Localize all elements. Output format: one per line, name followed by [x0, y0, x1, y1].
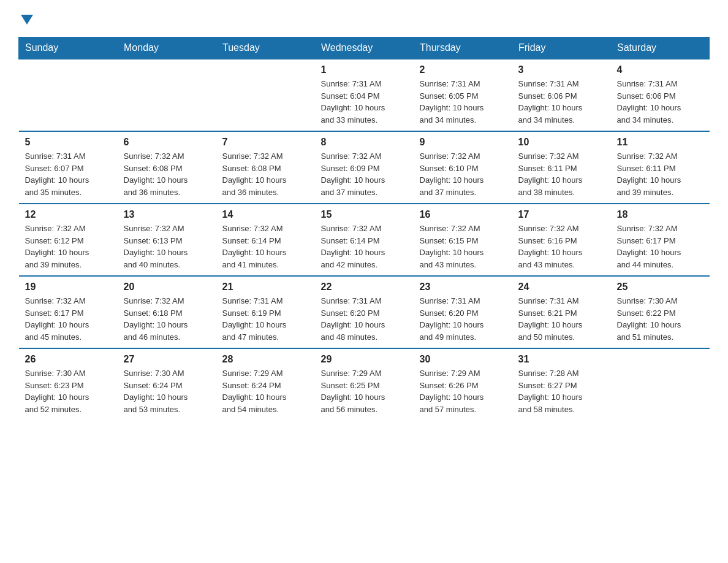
day-number: 21 — [222, 282, 309, 293]
day-number: 1 — [321, 64, 408, 75]
calendar-cell: 12Sunrise: 7:32 AMSunset: 6:12 PMDayligh… — [19, 204, 118, 276]
day-info: Sunrise: 7:32 AMSunset: 6:14 PMDaylight:… — [222, 223, 309, 270]
day-number: 3 — [518, 64, 605, 75]
logo — [18, 12, 33, 25]
day-info: Sunrise: 7:31 AMSunset: 6:19 PMDaylight:… — [222, 295, 309, 343]
day-number: 12 — [25, 209, 112, 220]
day-info: Sunrise: 7:32 AMSunset: 6:09 PMDaylight:… — [321, 150, 408, 198]
day-number: 23 — [420, 282, 506, 293]
day-number: 30 — [420, 354, 506, 365]
day-info: Sunrise: 7:31 AMSunset: 6:07 PMDaylight:… — [25, 150, 112, 198]
week-row-3: 12Sunrise: 7:32 AMSunset: 6:12 PMDayligh… — [19, 204, 710, 276]
day-info: Sunrise: 7:32 AMSunset: 6:12 PMDaylight:… — [25, 223, 112, 270]
week-row-1: 1Sunrise: 7:31 AMSunset: 6:04 PMDaylight… — [19, 59, 710, 131]
day-number: 8 — [321, 137, 408, 148]
week-row-2: 5Sunrise: 7:31 AMSunset: 6:07 PMDaylight… — [19, 131, 710, 204]
day-number: 11 — [617, 137, 703, 148]
calendar-cell — [216, 59, 315, 131]
day-header-thursday: Thursday — [414, 37, 512, 59]
calendar-cell: 16Sunrise: 7:32 AMSunset: 6:15 PMDayligh… — [414, 204, 512, 276]
day-info: Sunrise: 7:32 AMSunset: 6:14 PMDaylight:… — [321, 223, 408, 270]
calendar-cell: 20Sunrise: 7:32 AMSunset: 6:18 PMDayligh… — [118, 276, 216, 348]
day-info: Sunrise: 7:29 AMSunset: 6:26 PMDaylight:… — [420, 367, 506, 415]
week-row-5: 26Sunrise: 7:30 AMSunset: 6:23 PMDayligh… — [19, 348, 710, 420]
day-number: 18 — [617, 209, 703, 220]
day-number: 5 — [25, 137, 112, 148]
calendar-cell: 28Sunrise: 7:29 AMSunset: 6:24 PMDayligh… — [216, 348, 315, 420]
day-number: 2 — [420, 64, 506, 75]
day-number: 19 — [25, 282, 112, 293]
day-info: Sunrise: 7:30 AMSunset: 6:24 PMDaylight:… — [124, 367, 210, 415]
calendar-cell: 30Sunrise: 7:29 AMSunset: 6:26 PMDayligh… — [414, 348, 512, 420]
calendar-cell: 19Sunrise: 7:32 AMSunset: 6:17 PMDayligh… — [19, 276, 118, 348]
day-info: Sunrise: 7:31 AMSunset: 6:06 PMDaylight:… — [518, 78, 605, 126]
week-row-4: 19Sunrise: 7:32 AMSunset: 6:17 PMDayligh… — [19, 276, 710, 348]
calendar-cell: 25Sunrise: 7:30 AMSunset: 6:22 PMDayligh… — [611, 276, 710, 348]
calendar-cell: 18Sunrise: 7:32 AMSunset: 6:17 PMDayligh… — [611, 204, 710, 276]
day-header-tuesday: Tuesday — [216, 37, 315, 59]
calendar-cell: 14Sunrise: 7:32 AMSunset: 6:14 PMDayligh… — [216, 204, 315, 276]
day-info: Sunrise: 7:31 AMSunset: 6:05 PMDaylight:… — [420, 78, 506, 126]
day-info: Sunrise: 7:32 AMSunset: 6:15 PMDaylight:… — [420, 223, 506, 270]
day-number: 7 — [222, 137, 309, 148]
day-info: Sunrise: 7:31 AMSunset: 6:21 PMDaylight:… — [518, 295, 605, 343]
calendar-cell: 15Sunrise: 7:32 AMSunset: 6:14 PMDayligh… — [315, 204, 414, 276]
calendar-cell: 17Sunrise: 7:32 AMSunset: 6:16 PMDayligh… — [512, 204, 611, 276]
day-header-friday: Friday — [512, 37, 611, 59]
day-number: 28 — [222, 354, 309, 365]
day-number: 6 — [124, 137, 210, 148]
day-info: Sunrise: 7:31 AMSunset: 6:20 PMDaylight:… — [321, 295, 408, 343]
day-number: 24 — [518, 282, 605, 293]
day-number: 4 — [617, 64, 703, 75]
day-info: Sunrise: 7:30 AMSunset: 6:22 PMDaylight:… — [617, 295, 703, 343]
calendar-cell: 8Sunrise: 7:32 AMSunset: 6:09 PMDaylight… — [315, 131, 414, 204]
day-info: Sunrise: 7:32 AMSunset: 6:08 PMDaylight:… — [124, 150, 210, 198]
calendar-cell: 27Sunrise: 7:30 AMSunset: 6:24 PMDayligh… — [118, 348, 216, 420]
calendar-cell: 5Sunrise: 7:31 AMSunset: 6:07 PMDaylight… — [19, 131, 118, 204]
calendar-cell: 21Sunrise: 7:31 AMSunset: 6:19 PMDayligh… — [216, 276, 315, 348]
calendar-cell — [118, 59, 216, 131]
logo-text — [18, 12, 33, 25]
day-info: Sunrise: 7:32 AMSunset: 6:11 PMDaylight:… — [617, 150, 703, 198]
day-info: Sunrise: 7:32 AMSunset: 6:10 PMDaylight:… — [420, 150, 506, 198]
day-number: 25 — [617, 282, 703, 293]
day-header-monday: Monday — [118, 37, 216, 59]
calendar-cell: 26Sunrise: 7:30 AMSunset: 6:23 PMDayligh… — [19, 348, 118, 420]
calendar-cell: 31Sunrise: 7:28 AMSunset: 6:27 PMDayligh… — [512, 348, 611, 420]
calendar-cell: 4Sunrise: 7:31 AMSunset: 6:06 PMDaylight… — [611, 59, 710, 131]
calendar-table: SundayMondayTuesdayWednesdayThursdayFrid… — [18, 37, 710, 420]
day-number: 26 — [25, 354, 112, 365]
day-info: Sunrise: 7:32 AMSunset: 6:18 PMDaylight:… — [124, 295, 210, 343]
calendar-cell: 9Sunrise: 7:32 AMSunset: 6:10 PMDaylight… — [414, 131, 512, 204]
day-info: Sunrise: 7:31 AMSunset: 6:04 PMDaylight:… — [321, 78, 408, 126]
day-info: Sunrise: 7:31 AMSunset: 6:06 PMDaylight:… — [617, 78, 703, 126]
day-number: 15 — [321, 209, 408, 220]
day-header-sunday: Sunday — [19, 37, 118, 59]
calendar-cell: 11Sunrise: 7:32 AMSunset: 6:11 PMDayligh… — [611, 131, 710, 204]
day-number: 22 — [321, 282, 408, 293]
day-info: Sunrise: 7:32 AMSunset: 6:16 PMDaylight:… — [518, 223, 605, 270]
day-info: Sunrise: 7:32 AMSunset: 6:17 PMDaylight:… — [617, 223, 703, 270]
day-info: Sunrise: 7:30 AMSunset: 6:23 PMDaylight:… — [25, 367, 112, 415]
calendar-cell: 1Sunrise: 7:31 AMSunset: 6:04 PMDaylight… — [315, 59, 414, 131]
day-number: 29 — [321, 354, 408, 365]
day-header-wednesday: Wednesday — [315, 37, 414, 59]
day-number: 17 — [518, 209, 605, 220]
calendar-cell: 10Sunrise: 7:32 AMSunset: 6:11 PMDayligh… — [512, 131, 611, 204]
day-info: Sunrise: 7:31 AMSunset: 6:20 PMDaylight:… — [420, 295, 506, 343]
day-number: 20 — [124, 282, 210, 293]
day-info: Sunrise: 7:32 AMSunset: 6:08 PMDaylight:… — [222, 150, 309, 198]
calendar-cell: 2Sunrise: 7:31 AMSunset: 6:05 PMDaylight… — [414, 59, 512, 131]
calendar-cell: 6Sunrise: 7:32 AMSunset: 6:08 PMDaylight… — [118, 131, 216, 204]
day-header-row: SundayMondayTuesdayWednesdayThursdayFrid… — [19, 37, 710, 59]
calendar-cell: 3Sunrise: 7:31 AMSunset: 6:06 PMDaylight… — [512, 59, 611, 131]
calendar-cell: 7Sunrise: 7:32 AMSunset: 6:08 PMDaylight… — [216, 131, 315, 204]
day-info: Sunrise: 7:32 AMSunset: 6:13 PMDaylight:… — [124, 223, 210, 270]
calendar-cell: 22Sunrise: 7:31 AMSunset: 6:20 PMDayligh… — [315, 276, 414, 348]
day-number: 16 — [420, 209, 506, 220]
page-header — [18, 12, 710, 25]
calendar-header: SundayMondayTuesdayWednesdayThursdayFrid… — [19, 37, 710, 59]
calendar-cell: 29Sunrise: 7:29 AMSunset: 6:25 PMDayligh… — [315, 348, 414, 420]
day-header-saturday: Saturday — [611, 37, 710, 59]
calendar-cell: 24Sunrise: 7:31 AMSunset: 6:21 PMDayligh… — [512, 276, 611, 348]
